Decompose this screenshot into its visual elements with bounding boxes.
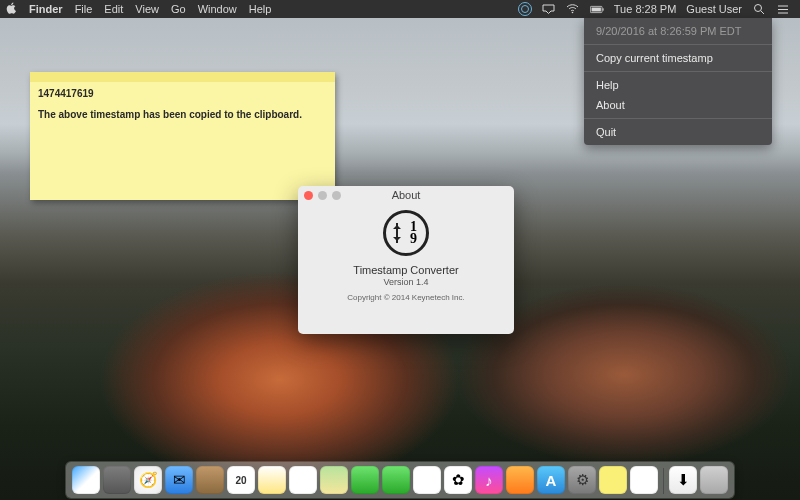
dock-app-stickies[interactable]	[599, 466, 627, 494]
menubar-item-edit[interactable]: Edit	[104, 3, 123, 15]
notification-center-icon[interactable]	[776, 2, 790, 16]
menubar-dropdown: 9/20/2016 at 8:26:59 PM EDT Copy current…	[584, 18, 772, 145]
dropdown-timestamp-display: 9/20/2016 at 8:26:59 PM EDT	[584, 21, 772, 41]
dropdown-quit[interactable]: Quit	[584, 122, 772, 142]
dock-app-appstore[interactable]: A	[537, 466, 565, 494]
dock-app-safari[interactable]: 🧭	[134, 466, 162, 494]
sticky-note[interactable]: 1474417619 The above timestamp has been …	[30, 72, 335, 200]
sticky-timestamp: 1474417619	[38, 88, 327, 99]
apple-menu-icon[interactable]	[6, 2, 17, 16]
menubar-item-go[interactable]: Go	[171, 3, 186, 15]
dock-downloads-stack[interactable]: ⬇	[669, 466, 697, 494]
battery-icon[interactable]	[590, 2, 604, 16]
airplay-icon[interactable]	[542, 2, 556, 16]
dock-container: 🧭 ✉ 20 ✿ ♪ A ⚙ ⬇	[0, 462, 800, 498]
menubar-user[interactable]: Guest User	[686, 3, 742, 15]
dock-app-calendar[interactable]: 20	[227, 466, 255, 494]
svg-point-4	[755, 5, 762, 12]
menubar-clock[interactable]: Tue 8:28 PM	[614, 3, 677, 15]
dock-app-finder[interactable]	[72, 466, 100, 494]
dock: 🧭 ✉ 20 ✿ ♪ A ⚙ ⬇	[66, 462, 734, 498]
dock-app-itunes[interactable]: ♪	[475, 466, 503, 494]
dropdown-separator	[584, 118, 772, 119]
window-zoom-button	[332, 191, 341, 200]
about-copyright: Copyright © 2014 Keynetech Inc.	[347, 293, 465, 302]
sticky-message: The above timestamp has been copied to t…	[38, 109, 327, 120]
dock-app-launchpad[interactable]	[103, 466, 131, 494]
dock-app-sysprefs[interactable]: ⚙	[568, 466, 596, 494]
dock-app-photos[interactable]: ✿	[444, 466, 472, 494]
about-titlebar[interactable]: About	[298, 186, 514, 204]
window-minimize-button	[318, 191, 327, 200]
menubar-app-name[interactable]: Finder	[29, 3, 63, 15]
dock-app-reminders[interactable]	[289, 466, 317, 494]
window-close-button[interactable]	[304, 191, 313, 200]
svg-point-0	[572, 12, 574, 14]
svg-rect-2	[591, 7, 600, 11]
dropdown-copy-timestamp[interactable]: Copy current timestamp	[584, 48, 772, 68]
dock-separator	[663, 468, 664, 494]
dock-app-photobooth[interactable]	[413, 466, 441, 494]
dock-app-timestamp-converter[interactable]	[630, 466, 658, 494]
dock-app-messages[interactable]	[351, 466, 379, 494]
menubar-item-file[interactable]: File	[75, 3, 93, 15]
timestamp-converter-menubar-icon[interactable]	[518, 2, 532, 16]
spotlight-icon[interactable]	[752, 2, 766, 16]
dock-app-mail[interactable]: ✉	[165, 466, 193, 494]
svg-line-5	[761, 11, 764, 14]
about-product-name: Timestamp Converter	[353, 264, 458, 276]
dock-trash[interactable]	[700, 466, 728, 494]
dock-app-contacts[interactable]	[196, 466, 224, 494]
menubar: Finder File Edit View Go Window Help Tue…	[0, 0, 800, 18]
sticky-content[interactable]: 1474417619 The above timestamp has been …	[30, 82, 335, 126]
dock-app-facetime[interactable]	[382, 466, 410, 494]
svg-rect-3	[602, 8, 603, 10]
menubar-item-window[interactable]: Window	[198, 3, 237, 15]
dock-app-notes[interactable]	[258, 466, 286, 494]
dock-app-ibooks[interactable]	[506, 466, 534, 494]
about-window: About 19 Timestamp Converter Version 1.4…	[298, 186, 514, 334]
menubar-item-view[interactable]: View	[135, 3, 159, 15]
wifi-icon[interactable]	[566, 2, 580, 16]
dock-app-maps[interactable]	[320, 466, 348, 494]
about-version: Version 1.4	[383, 277, 428, 287]
dropdown-help[interactable]: Help	[584, 75, 772, 95]
app-logo-icon: 19	[383, 210, 429, 256]
menubar-item-help[interactable]: Help	[249, 3, 272, 15]
sticky-titlebar[interactable]	[30, 72, 335, 82]
dropdown-about[interactable]: About	[584, 95, 772, 115]
dropdown-separator	[584, 44, 772, 45]
dropdown-separator	[584, 71, 772, 72]
